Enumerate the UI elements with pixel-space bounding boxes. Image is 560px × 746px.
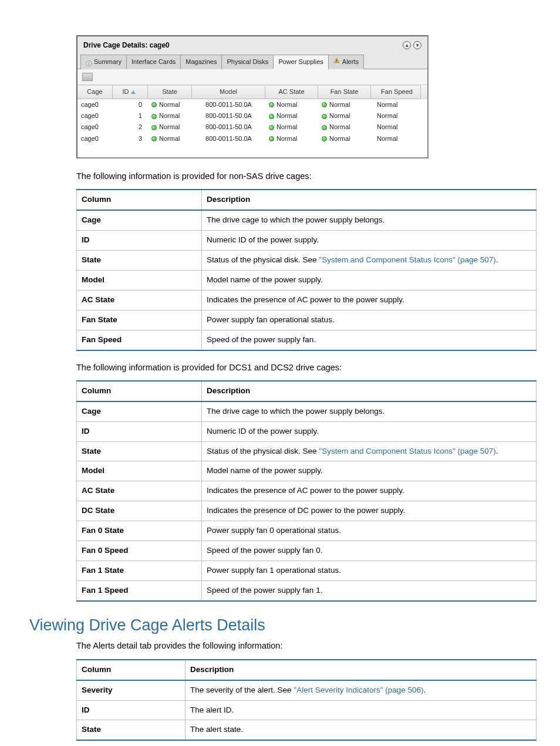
- section-heading: Viewing Drive Cage Alerts Details: [29, 615, 537, 637]
- column-name: Fan 1 State: [77, 561, 202, 580]
- column-name: State: [77, 441, 202, 461]
- col-model[interactable]: Model: [192, 85, 265, 99]
- table-row: StateThe alert state.: [77, 720, 537, 740]
- tab-label: Alerts: [342, 58, 359, 66]
- table-row[interactable]: cage01Normal800-0011-50.0ANormalNormalNo…: [77, 110, 427, 121]
- column-name: Fan 0 Speed: [77, 541, 202, 561]
- column-desc: Power supply fan 0 operational status.: [202, 521, 537, 541]
- table-row: StateStatus of the physical disk. See "S…: [77, 441, 537, 461]
- column-name: AC State: [77, 290, 202, 310]
- column-name: Model: [77, 461, 202, 481]
- column-desc: The alert ID.: [185, 700, 537, 720]
- column-desc: Speed of the power supply fan.: [202, 330, 537, 350]
- svg-rect-1: [336, 62, 337, 62]
- tab-magazines[interactable]: Magazines: [180, 55, 222, 69]
- cross-ref-link[interactable]: "System and Component Status Icons" (pag…: [319, 447, 496, 455]
- column-desc: The drive cage to which the power supply…: [202, 210, 537, 230]
- table-row: Fan StatePower supply fan operational st…: [77, 310, 537, 330]
- column-name: Fan 1 Speed: [77, 580, 202, 600]
- table-row: ModelModel name of the power supply.: [77, 271, 537, 291]
- table-row[interactable]: cage03Normal800-0011-50.0ANormalNormalNo…: [77, 133, 427, 144]
- status-icon: [322, 125, 327, 130]
- status-icon: [322, 114, 327, 119]
- sort-asc-icon: [131, 90, 136, 94]
- grid-header: Cage ID State Model AC State Fan State F…: [77, 85, 427, 99]
- column-desc: Indicates the presence of AC power to th…: [202, 290, 537, 310]
- table-row: IDNumeric ID of the power supply.: [77, 231, 537, 251]
- table-row[interactable]: cage00Normal800-0011-50.0ANormalNormalNo…: [77, 99, 427, 110]
- table-row: SeverityThe severity of the alert. See "…: [77, 680, 537, 700]
- column-name: Cage: [77, 210, 202, 230]
- status-icon: [151, 125, 157, 130]
- status-icon: [322, 102, 327, 107]
- th-desc: Description: [202, 381, 537, 401]
- tab-interface-cards[interactable]: Interface Cards: [126, 55, 181, 69]
- table-row: IDNumeric ID of the power supply.: [77, 421, 537, 441]
- column-name: ID: [77, 421, 202, 441]
- column-name: State: [77, 251, 202, 271]
- table-row: Fan 1 StatePower supply fan 1 operationa…: [77, 561, 537, 580]
- column-desc: The alert state.: [185, 720, 537, 740]
- desc-table-alerts: Column Description SeverityThe severity …: [76, 659, 537, 741]
- column-desc: Speed of the power supply fan 1.: [202, 580, 537, 600]
- alert-icon: [333, 58, 340, 66]
- col-id[interactable]: ID: [113, 85, 148, 99]
- tab-power-supplies[interactable]: Power Supplies: [273, 55, 328, 69]
- table-row: Fan 0 StatePower supply fan 0 operationa…: [77, 521, 537, 541]
- table-row: IDThe alert ID.: [77, 700, 537, 720]
- panel-title-text: Drive Cage Details: cage0: [83, 40, 170, 50]
- status-icon: [151, 102, 157, 107]
- table-row[interactable]: cage02Normal800-0011-50.0ANormalNormalNo…: [77, 121, 427, 133]
- column-name: DC State: [77, 501, 202, 521]
- column-name: AC State: [77, 481, 202, 501]
- column-name: State: [77, 720, 185, 740]
- col-cage[interactable]: Cage: [77, 85, 113, 99]
- col-ac[interactable]: AC State: [265, 85, 318, 99]
- desc-table-dcs: Column Description CageThe drive cage to…: [76, 380, 537, 602]
- tab-summary[interactable]: Summary: [80, 55, 127, 69]
- cross-ref-link[interactable]: "Alert Severity Indicators" (page 506): [294, 686, 423, 694]
- table-row: AC StateIndicates the presence of AC pow…: [77, 290, 537, 310]
- status-icon: [269, 125, 274, 130]
- tab-label: Magazines: [185, 58, 217, 66]
- column-name: Cage: [77, 401, 202, 421]
- status-icon: [269, 114, 274, 119]
- tab-label: Interface Cards: [131, 58, 176, 66]
- status-icon: [151, 114, 157, 119]
- drive-cage-panel: Drive Cage Details: cage0 ▴ ▾ SummaryInt…: [76, 35, 429, 158]
- tab-alerts[interactable]: Alerts: [328, 55, 364, 69]
- tab-physical-disks[interactable]: Physical Disks: [221, 55, 274, 69]
- export-icon[interactable]: [82, 73, 93, 81]
- status-icon: [269, 102, 274, 107]
- table-row: CageThe drive cage to which the power su…: [77, 401, 537, 421]
- column-desc: Model name of the power supply.: [202, 271, 537, 291]
- col-fan[interactable]: Fan State: [318, 85, 371, 99]
- panel-titlebar: Drive Cage Details: cage0 ▴ ▾: [77, 36, 427, 54]
- sub-toolbar: [77, 69, 427, 85]
- status-icon: [322, 136, 327, 141]
- section2-para: The Alerts detail tab provides the follo…: [76, 640, 537, 652]
- column-name: Severity: [77, 680, 185, 700]
- cross-ref-link[interactable]: "System and Component Status Icons" (pag…: [319, 255, 496, 264]
- column-desc: Power supply fan operational status.: [202, 310, 537, 330]
- column-name: Fan Speed: [77, 330, 202, 350]
- table-row: ModelModel name of the power supply.: [77, 461, 537, 481]
- column-name: Fan 0 State: [77, 521, 202, 541]
- column-desc: Numeric ID of the power supply.: [202, 231, 537, 251]
- column-desc: Power supply fan 1 operational status.: [202, 561, 537, 580]
- collapse-down-icon[interactable]: ▾: [413, 41, 421, 49]
- column-desc: Numeric ID of the power supply.: [202, 421, 537, 441]
- column-desc: The drive cage to which the power supply…: [202, 401, 537, 421]
- status-icon: [151, 136, 157, 141]
- intro-para-1: The following information is provided fo…: [76, 170, 537, 182]
- collapse-up-icon[interactable]: ▴: [403, 41, 411, 49]
- column-name: Model: [77, 271, 202, 291]
- col-speed[interactable]: Fan Speed: [371, 85, 421, 99]
- col-state[interactable]: State: [148, 85, 192, 99]
- tabs: SummaryInterface CardsMagazinesPhysical …: [77, 54, 427, 69]
- table-row: DC StateIndicates the presence of DC pow…: [77, 501, 537, 521]
- column-name: ID: [77, 700, 185, 720]
- info-icon: [86, 59, 92, 65]
- tab-label: Power Supplies: [278, 58, 323, 66]
- table-row: CageThe drive cage to which the power su…: [77, 210, 537, 230]
